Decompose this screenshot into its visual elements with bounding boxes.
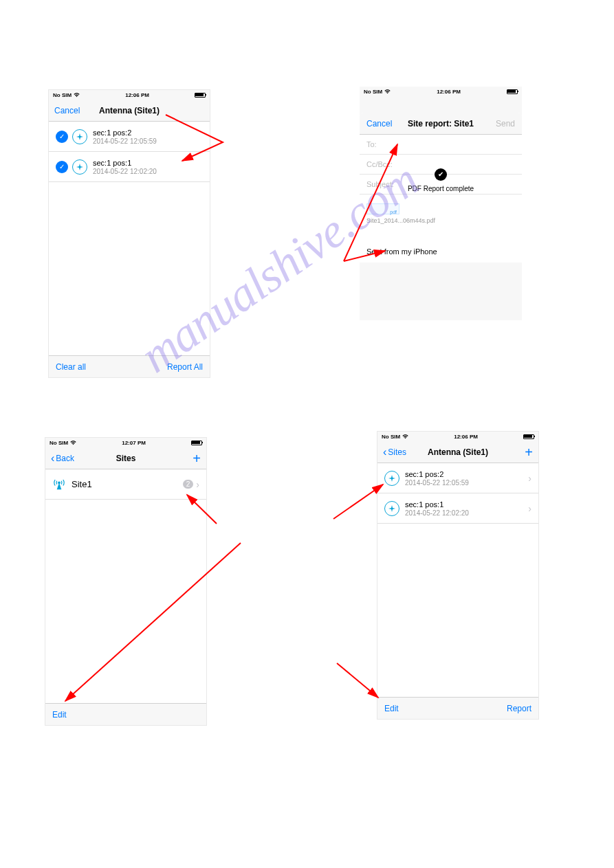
status-bar: No SIM 12:06 PM [49, 90, 210, 100]
checkmark-icon: ✓ [56, 131, 68, 143]
chevron-right-icon: › [528, 503, 531, 514]
row-subtitle: 2014-05-22 12:05:59 [405, 479, 528, 487]
bottom-toolbar: Edit Report [377, 697, 538, 719]
to-field[interactable]: To: [360, 135, 522, 155]
status-bar: No SIM 12:07 PM [45, 438, 206, 447]
antenna-list: sec:1 pos:2 2014-05-22 12:05:59 › sec:1 … [377, 463, 538, 697]
list-item[interactable]: ✓ sec:1 pos:2 2014-05-22 12:05:59 [49, 122, 210, 152]
chevron-right-icon: › [528, 473, 531, 484]
email-signature: Sent from my iPhone [360, 227, 522, 263]
row-subtitle: 2014-05-22 12:02:20 [93, 168, 203, 175]
carrier-label: No SIM [50, 440, 68, 446]
attachment[interactable]: pdf Site1_2014...06m44s.pdf [360, 201, 522, 227]
screenshot-antenna-detail: No SIM 12:06 PM ‹ Sites Antenna (Site1) … [377, 431, 539, 720]
battery-icon [191, 441, 202, 445]
screenshot-antenna-select: No SIM 12:06 PM Cancel Antenna (Site1) ✓… [48, 89, 210, 378]
nav-bar: ‹ Sites Antenna (Site1) + [377, 441, 538, 463]
chevron-left-icon: ‹ [51, 452, 54, 465]
back-button[interactable]: ‹ Back [51, 452, 74, 465]
svg-line-6 [337, 663, 378, 698]
clear-all-button[interactable]: Clear all [56, 362, 86, 372]
report-all-button[interactable]: Report All [167, 362, 203, 372]
row-subtitle: 2014-05-22 12:05:59 [93, 137, 203, 145]
send-button[interactable]: Send [496, 119, 515, 129]
pdf-icon: pdf [366, 203, 399, 214]
row-title: sec:1 pos:1 [405, 500, 528, 509]
add-button[interactable]: + [193, 452, 201, 465]
sites-list: Site1 2 › [45, 469, 206, 703]
nav-bar: Cancel Antenna (Site1) [49, 100, 210, 122]
nav-bar: ‹ Back Sites + [45, 447, 206, 469]
compass-icon [384, 471, 399, 486]
status-bar: No SIM 12:06 PM [360, 87, 522, 96]
nav-title: Sites [116, 454, 136, 463]
screenshot-email-compose: No SIM 12:06 PM Cancel Site report: Site… [360, 87, 522, 320]
site-name: Site1 [72, 479, 183, 489]
nav-title: Antenna (Site1) [428, 447, 488, 457]
cancel-button[interactable]: Cancel [366, 119, 392, 129]
screenshot-sites-list: No SIM 12:07 PM ‹ Back Sites + Site1 2 ›… [45, 437, 207, 726]
compass-icon [72, 129, 87, 144]
list-item[interactable]: ✓ sec:1 pos:1 2014-05-22 12:02:20 [49, 152, 210, 182]
bottom-toolbar: Clear all Report All [49, 355, 210, 377]
count-badge: 2 [183, 480, 194, 489]
report-button[interactable]: Report [507, 704, 531, 713]
add-button[interactable]: + [525, 445, 533, 459]
clock-label: 12:06 PM [125, 92, 149, 98]
list-item[interactable]: Site1 2 › [45, 469, 206, 500]
row-title: sec:1 pos:2 [93, 129, 203, 137]
bottom-toolbar: Edit [45, 703, 206, 725]
status-bar: No SIM 12:06 PM [377, 432, 538, 441]
list-item[interactable]: sec:1 pos:2 2014-05-22 12:05:59 › [377, 463, 538, 493]
nav-title: Antenna (Site1) [99, 106, 160, 115]
compass-icon [384, 501, 399, 516]
wifi-icon [74, 93, 80, 98]
row-title: sec:1 pos:2 [405, 470, 528, 478]
modal-nav: Cancel Site report: Site1 Send [360, 113, 522, 135]
edit-button[interactable]: Edit [52, 710, 67, 720]
svg-line-5 [333, 485, 383, 519]
battery-icon [523, 434, 534, 439]
back-button[interactable]: ‹ Sites [383, 446, 406, 458]
list-item[interactable]: sec:1 pos:1 2014-05-22 12:02:20 › [377, 493, 538, 524]
battery-icon [195, 93, 206, 98]
svg-point-0 [58, 482, 61, 484]
modal-title: Site report: Site1 [408, 119, 474, 129]
clock-label: 12:06 PM [454, 434, 478, 440]
clock-label: 12:06 PM [437, 89, 461, 95]
chevron-left-icon: ‹ [383, 446, 386, 458]
attachment-name: Site1_2014...06m44s.pdf [366, 217, 515, 224]
battery-icon [507, 89, 518, 94]
carrier-label: No SIM [382, 434, 400, 440]
carrier-label: No SIM [53, 92, 72, 98]
clock-label: 12:07 PM [122, 440, 146, 446]
checkmark-icon: ✓ [56, 161, 68, 173]
wifi-icon [70, 441, 76, 445]
row-subtitle: 2014-05-22 12:02:20 [405, 509, 528, 517]
wifi-icon [384, 89, 391, 94]
chevron-right-icon: › [196, 479, 199, 490]
check-icon: ✔ [435, 168, 447, 181]
cancel-button[interactable]: Cancel [54, 106, 80, 115]
antenna-icon [52, 477, 66, 492]
antenna-list: ✓ sec:1 pos:2 2014-05-22 12:05:59 ✓ sec:… [49, 122, 210, 355]
compass-icon [72, 159, 87, 175]
wifi-icon [402, 434, 408, 439]
row-title: sec:1 pos:1 [93, 159, 203, 167]
edit-button[interactable]: Edit [384, 704, 399, 713]
carrier-label: No SIM [364, 89, 382, 95]
